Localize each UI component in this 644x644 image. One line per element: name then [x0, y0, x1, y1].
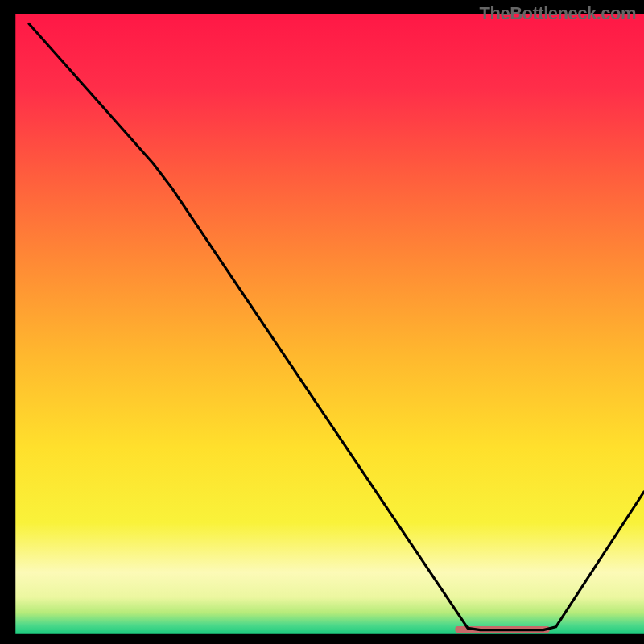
- gradient-background: [14, 14, 644, 634]
- chart-svg: [0, 0, 644, 644]
- chart-container: TheBottleneck.com: [0, 0, 644, 644]
- watermark-text: TheBottleneck.com: [480, 3, 636, 24]
